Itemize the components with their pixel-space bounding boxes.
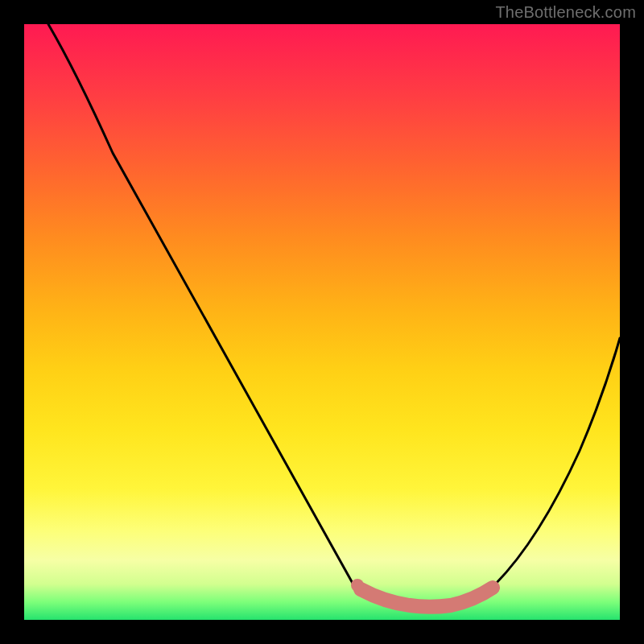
- chart-svg: [24, 24, 620, 620]
- curve-right: [495, 338, 620, 584]
- optimal-start-dot: [351, 579, 364, 592]
- chart-frame: TheBottleneck.com: [0, 0, 644, 644]
- curve-left: [48, 24, 354, 586]
- plot-gradient-area: [24, 24, 620, 620]
- optimal-band-marker: [361, 588, 493, 607]
- watermark-label: TheBottleneck.com: [495, 3, 636, 22]
